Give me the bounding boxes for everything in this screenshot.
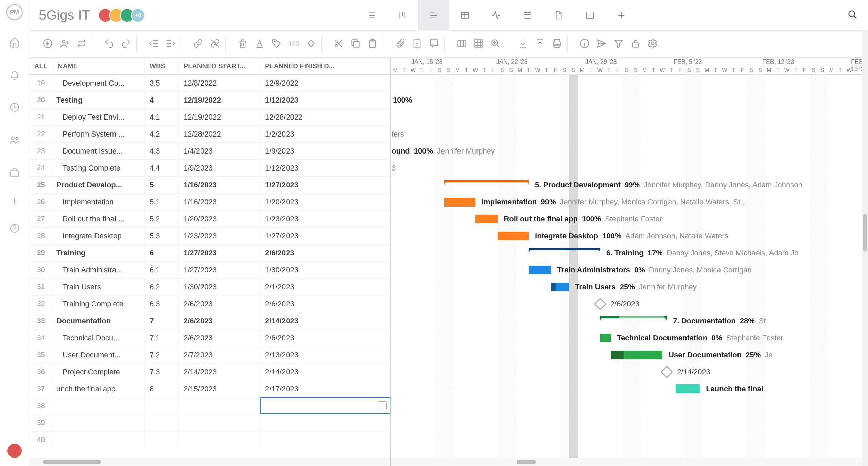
start-cell[interactable]: 12/19/2022 bbox=[179, 92, 260, 108]
table-row[interactable]: 28Integrate Desktop5.31/23/20231/27/2023 bbox=[29, 228, 390, 245]
number-format[interactable]: 123 bbox=[288, 40, 299, 48]
task-name-cell[interactable]: Training Complete bbox=[53, 295, 145, 312]
attach-icon[interactable] bbox=[395, 38, 405, 50]
table-row[interactable]: 23Document Issue...4.31/4/20231/9/2023 bbox=[29, 143, 390, 160]
wbs-cell[interactable]: 4.1 bbox=[145, 109, 179, 125]
pm-logo[interactable]: PM bbox=[6, 4, 23, 20]
tab-activity[interactable] bbox=[481, 0, 512, 31]
finish-cell[interactable]: 1/12/2023 bbox=[260, 160, 390, 176]
wbs-cell[interactable]: 7.2 bbox=[145, 346, 179, 363]
finish-cell[interactable]: 1/30/2023 bbox=[260, 262, 390, 278]
task-name-cell[interactable] bbox=[53, 414, 145, 431]
task-name-cell[interactable]: Technical Docu... bbox=[53, 329, 145, 346]
table-row[interactable]: 27Roll out the final ...5.21/20/20231/23… bbox=[29, 211, 390, 228]
table-row[interactable]: 39 bbox=[29, 414, 390, 431]
finish-cell[interactable]: 1/12/2023 bbox=[260, 92, 390, 108]
task-name-cell[interactable]: Implementation bbox=[53, 194, 145, 210]
task-bar[interactable] bbox=[444, 198, 475, 207]
wbs-cell[interactable]: 5.3 bbox=[145, 228, 179, 244]
finish-cell[interactable]: 2/1/2023 bbox=[260, 279, 390, 295]
wbs-cell[interactable]: 4.4 bbox=[145, 160, 179, 176]
task-name-cell[interactable]: Deploy Test Envi... bbox=[53, 109, 145, 125]
table-row[interactable]: 25Product Develop...51/16/20231/27/2023 bbox=[29, 177, 390, 194]
tab-sheet[interactable] bbox=[449, 0, 481, 31]
table-row[interactable]: 35User Document...7.22/7/20232/13/2023 bbox=[29, 346, 390, 363]
start-cell[interactable]: 1/16/2023 bbox=[179, 194, 260, 210]
wbs-cell[interactable]: 6.1 bbox=[145, 262, 179, 278]
undo-icon[interactable] bbox=[104, 38, 115, 50]
milestone-marker[interactable] bbox=[661, 366, 673, 378]
grid-scroll-x[interactable] bbox=[29, 458, 390, 466]
table-row[interactable]: 30Train Administra...6.11/27/20231/30/20… bbox=[29, 262, 390, 279]
start-cell[interactable]: 1/4/2023 bbox=[179, 143, 260, 159]
wbs-cell[interactable] bbox=[145, 431, 179, 448]
table-row[interactable]: 34Technical Docu...7.12/6/20232/6/2023 bbox=[29, 329, 390, 346]
start-cell[interactable]: 2/6/2023 bbox=[179, 295, 260, 312]
finish-cell[interactable]: 12/28/2022 bbox=[260, 109, 390, 125]
milestone-icon[interactable] bbox=[306, 38, 316, 50]
task-bar[interactable] bbox=[676, 384, 700, 393]
finish-cell[interactable]: 2/17/2023 bbox=[260, 380, 390, 397]
settings-icon[interactable] bbox=[647, 38, 658, 50]
tab-board[interactable] bbox=[387, 0, 418, 31]
start-cell[interactable]: 1/30/2023 bbox=[179, 279, 260, 295]
task-name-cell[interactable]: unch the final app bbox=[53, 380, 145, 397]
tab-gantt[interactable] bbox=[418, 0, 449, 31]
col-name[interactable]: NAME bbox=[53, 58, 145, 74]
comment-icon[interactable] bbox=[429, 38, 439, 50]
col-all[interactable]: ALL bbox=[29, 58, 53, 74]
text-color-icon[interactable] bbox=[254, 38, 265, 50]
copy-icon[interactable] bbox=[350, 38, 361, 50]
gantt-scroll-x[interactable] bbox=[391, 458, 868, 466]
add-button[interactable] bbox=[9, 196, 20, 207]
columns-icon[interactable] bbox=[456, 38, 467, 50]
task-name-cell[interactable]: Perform System ... bbox=[53, 126, 145, 142]
finish-cell[interactable]: 2/6/2023 bbox=[260, 245, 390, 261]
wbs-cell[interactable]: 5.2 bbox=[145, 211, 179, 227]
task-name-cell[interactable]: Project Complete bbox=[53, 363, 145, 380]
bell-icon[interactable] bbox=[9, 69, 20, 82]
wbs-cell[interactable]: 4.3 bbox=[145, 143, 179, 159]
lock-icon[interactable] bbox=[630, 38, 641, 50]
avatar-more[interactable]: +8 bbox=[131, 8, 145, 22]
finish-cell[interactable] bbox=[260, 414, 390, 431]
wbs-cell[interactable]: 7.1 bbox=[145, 329, 179, 346]
print-icon[interactable] bbox=[552, 38, 562, 50]
start-cell[interactable]: 1/23/2023 bbox=[179, 228, 260, 244]
task-bar[interactable] bbox=[498, 232, 529, 240]
table-row[interactable]: 26Implementation5.11/16/20231/20/2023 bbox=[29, 194, 390, 211]
summary-bar[interactable] bbox=[600, 316, 667, 320]
task-name-cell[interactable] bbox=[53, 431, 145, 448]
info-icon[interactable] bbox=[579, 38, 590, 50]
finish-cell[interactable] bbox=[260, 431, 390, 448]
start-cell[interactable] bbox=[179, 397, 260, 414]
col-wbs[interactable]: WBS bbox=[145, 58, 179, 74]
tag-icon[interactable] bbox=[271, 38, 282, 50]
help-icon[interactable] bbox=[9, 223, 20, 235]
finish-cell[interactable]: 12/9/2022 bbox=[260, 75, 390, 91]
task-name-cell[interactable]: Roll out the final ... bbox=[53, 211, 145, 227]
grid-icon[interactable] bbox=[473, 38, 484, 50]
table-row[interactable]: 24Testing Complete4.41/9/20231/12/2023 bbox=[29, 160, 390, 177]
note-icon[interactable] bbox=[412, 38, 422, 50]
finish-cell[interactable]: 2/6/2023 bbox=[260, 295, 390, 312]
start-cell[interactable]: 12/19/2022 bbox=[179, 109, 260, 125]
tab-add[interactable] bbox=[606, 0, 637, 31]
task-name-cell[interactable]: Document Issue... bbox=[53, 143, 145, 159]
start-cell[interactable]: 1/16/2023 bbox=[179, 177, 260, 193]
import-icon[interactable] bbox=[518, 38, 528, 50]
zoom-icon[interactable] bbox=[490, 38, 501, 50]
send-icon[interactable] bbox=[596, 38, 607, 50]
table-row[interactable]: 31Train Users6.21/30/20232/1/2023 bbox=[29, 279, 390, 295]
wbs-cell[interactable]: 6 bbox=[145, 245, 179, 261]
tab-file[interactable] bbox=[543, 0, 574, 31]
table-row[interactable]: 36Project Complete7.32/14/20232/14/2023 bbox=[29, 363, 390, 380]
tab-list[interactable] bbox=[355, 0, 387, 31]
finish-cell[interactable]: 2/13/2023 bbox=[260, 346, 390, 363]
start-cell[interactable]: 12/8/2022 bbox=[179, 75, 260, 91]
task-bar[interactable] bbox=[529, 266, 551, 274]
table-row[interactable]: 22Perform System ...4.212/28/20221/2/202… bbox=[29, 126, 390, 143]
table-row[interactable]: 40 bbox=[29, 431, 390, 448]
milestone-marker[interactable] bbox=[594, 298, 606, 310]
start-cell[interactable]: 1/27/2023 bbox=[179, 245, 260, 261]
